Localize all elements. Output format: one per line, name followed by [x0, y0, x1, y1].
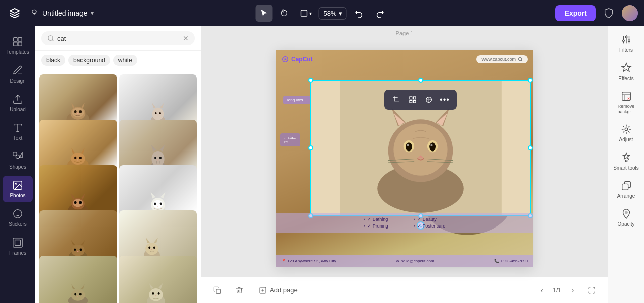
asset-panel: ✕ black background white [35, 26, 201, 303]
handle-top-mid[interactable] [418, 78, 423, 83]
handle-left-mid[interactable] [308, 145, 313, 150]
left-sidebar: Templates Design Upload Text Shapes [0, 26, 35, 303]
right-tool-remove-bg[interactable]: Remove backgr... [611, 87, 642, 119]
avatar[interactable] [622, 5, 638, 21]
title-chevron: ▾ [91, 10, 94, 17]
svg-rect-16 [15, 240, 21, 246]
svg-point-140 [625, 160, 627, 162]
zoom-selector[interactable]: 58% ▾ [318, 7, 346, 20]
select-tool-button[interactable] [255, 5, 272, 22]
poster-search-text: www.capcut.com [481, 57, 516, 62]
svg-point-104 [393, 124, 447, 176]
svg-point-92 [155, 295, 156, 296]
svg-point-112 [429, 142, 436, 151]
sidebar-item-shapes[interactable]: Shapes [3, 147, 33, 174]
grid-tool-button[interactable] [406, 93, 420, 107]
asset-photo-10[interactable] [119, 256, 197, 303]
selected-cat-element[interactable]: ↻ [310, 80, 531, 216]
svg-point-27 [152, 108, 164, 120]
fit-page-button[interactable] [584, 282, 600, 298]
add-page-label: Add page [270, 286, 298, 294]
svg-point-32 [157, 115, 158, 115]
svg-point-85 [77, 296, 78, 297]
svg-point-14 [14, 210, 22, 218]
svg-point-73 [145, 243, 158, 255]
logo-button[interactable] [6, 5, 23, 22]
svg-marker-74 [146, 238, 150, 243]
sidebar-label-text: Text [13, 135, 22, 141]
svg-point-70 [80, 249, 82, 251]
svg-marker-61 [160, 192, 166, 199]
frame-tool-button[interactable]: ▾ [297, 5, 314, 22]
svg-marker-53 [71, 194, 75, 199]
delete-page-button[interactable] [231, 282, 248, 298]
poster-logo: CapCut [281, 55, 313, 63]
sidebar-item-text[interactable]: Text [3, 118, 33, 145]
document-title-area[interactable]: Untitled image ▾ [29, 8, 94, 18]
svg-point-63 [159, 203, 162, 205]
more-options-button[interactable]: ••• [438, 93, 452, 107]
search-input[interactable] [57, 35, 180, 42]
export-button[interactable]: Export [555, 5, 596, 21]
handle-top-right[interactable] [528, 78, 533, 83]
main-layout: Templates Design Upload Text Shapes [0, 26, 644, 303]
filter-tag-white[interactable]: white [113, 55, 137, 66]
filter-tag-black[interactable]: black [41, 55, 65, 66]
svg-marker-29 [160, 103, 164, 108]
effects-label: Effects [618, 75, 633, 82]
svg-marker-81 [71, 284, 75, 289]
page-label: Page 1 [201, 26, 608, 40]
add-page-button[interactable]: Add page [254, 283, 303, 297]
opacity-label: Opacity [618, 221, 635, 228]
sidebar-item-design[interactable]: Design [3, 61, 33, 88]
svg-marker-43 [159, 145, 165, 152]
svg-point-77 [153, 247, 155, 249]
svg-point-30 [155, 112, 157, 114]
shield-button[interactable] [601, 5, 617, 21]
duplicate-page-button[interactable] [209, 282, 225, 298]
sidebar-item-frames[interactable]: Frames [3, 233, 33, 260]
sidebar-item-photos[interactable]: Photos [3, 176, 33, 202]
svg-point-37 [74, 157, 76, 159]
sidebar-label-design: Design [10, 78, 25, 84]
svg-marker-88 [149, 283, 153, 289]
svg-rect-47 [156, 161, 157, 164]
svg-rect-1 [301, 10, 307, 16]
right-tool-opacity[interactable]: Opacity [611, 204, 642, 232]
asset-photo-9[interactable] [39, 256, 117, 303]
right-tool-filters[interactable]: Filters [611, 30, 642, 57]
svg-point-91 [157, 292, 159, 295]
redo-button[interactable] [372, 5, 389, 22]
hand-tool-button[interactable] [276, 5, 293, 22]
filter-tags: black background white [35, 51, 201, 70]
filter-tag-background[interactable]: background [68, 55, 110, 66]
add-page-icon [259, 286, 267, 294]
prev-page-button[interactable]: ‹ [535, 283, 549, 297]
poster-header: CapCut www.capcut.com [281, 55, 528, 63]
sidebar-item-upload[interactable]: Upload [3, 90, 33, 116]
sidebar-label-photos: Photos [10, 193, 25, 198]
handle-right-mid[interactable] [528, 145, 533, 150]
svg-point-55 [74, 201, 77, 204]
canvas-container: CapCut www.capcut.com long lifes [201, 40, 608, 277]
clear-search-button[interactable]: ✕ [183, 34, 189, 42]
svg-point-39 [77, 160, 79, 161]
svg-rect-48 [158, 161, 158, 163]
undo-button[interactable] [351, 5, 368, 22]
poster-search-icon [518, 57, 523, 62]
page-nav: ‹ 1/1 › [535, 282, 600, 298]
right-tool-effects[interactable]: Effects [611, 58, 642, 86]
sidebar-label-frames: Frames [9, 250, 26, 256]
next-page-button[interactable]: › [566, 283, 580, 297]
right-tool-adjust[interactable]: Adjust [611, 120, 642, 147]
sidebar-item-stickers[interactable]: Stickers [3, 204, 33, 231]
handle-top-left[interactable] [308, 78, 313, 83]
sidebar-label-upload: Upload [10, 107, 26, 112]
canvas-area: Page 1 [201, 26, 608, 277]
right-tool-arrange[interactable]: Arrange [611, 176, 642, 203]
crop-tool-button[interactable] [389, 93, 404, 107]
sidebar-item-templates[interactable]: Templates [3, 32, 33, 59]
right-tool-smart-tools[interactable]: Smart tools [611, 148, 642, 175]
svg-point-66 [71, 245, 85, 256]
mask-tool-button[interactable] [422, 93, 436, 107]
